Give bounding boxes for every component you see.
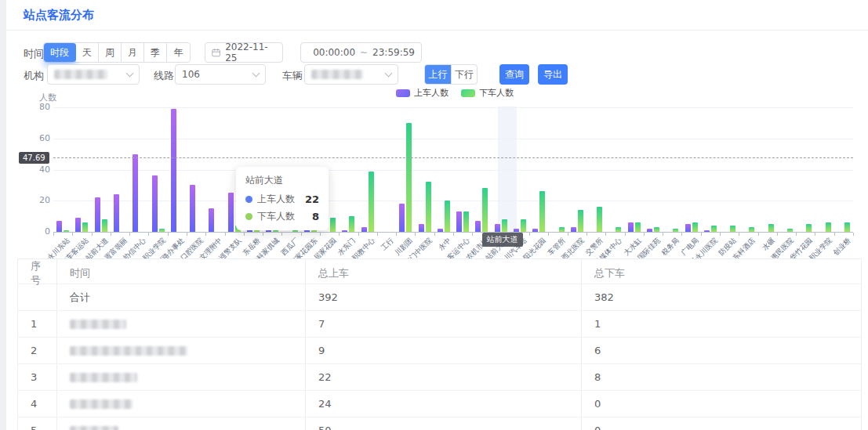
x-axis-tickmark: [796, 233, 797, 236]
boarding-bar[interactable]: [133, 154, 138, 232]
boarding-bar[interactable]: [152, 175, 158, 232]
boarding-bar[interactable]: [209, 208, 214, 232]
boarding-bar[interactable]: [475, 221, 481, 232]
alighting-bar[interactable]: [159, 229, 165, 232]
vehicle-select-value-redacted: [311, 70, 363, 79]
alighting-bar[interactable]: [369, 172, 374, 233]
date-picker[interactable]: 2022-11-25: [205, 42, 283, 63]
chevron-down-icon: [126, 70, 134, 78]
org-select[interactable]: [47, 64, 140, 85]
boarding-bar[interactable]: [647, 229, 652, 232]
alighting-bar[interactable]: [806, 224, 812, 232]
alighting-bar[interactable]: [482, 188, 488, 232]
alighting-bar[interactable]: [64, 230, 69, 232]
boarding-bar[interactable]: [361, 227, 367, 232]
alighting-bar[interactable]: [426, 182, 431, 232]
direction-down-button[interactable]: 下行: [451, 65, 477, 84]
boarding-bar[interactable]: [75, 218, 81, 232]
alighting-bar[interactable]: [330, 218, 336, 232]
boarding-bar[interactable]: [514, 229, 519, 232]
chevron-down-icon: [385, 70, 393, 78]
x-axis-label: 交警所: [583, 236, 605, 258]
alighting-bar[interactable]: [521, 219, 526, 232]
alighting-bar[interactable]: [445, 201, 450, 232]
x-axis-label: 大水缸: [622, 236, 644, 258]
alighting-bar[interactable]: [292, 230, 298, 232]
boarding-bar[interactable]: [171, 109, 176, 232]
chart-legend: 上车人数 下车人数: [396, 87, 514, 99]
x-axis-tickmark: [492, 233, 492, 236]
x-axis-tickmark: [358, 233, 359, 236]
tab-时段[interactable]: 时段: [44, 43, 76, 62]
export-button[interactable]: 导出: [538, 64, 568, 85]
x-axis-tickmark: [568, 233, 568, 236]
cell-total-boarding: 7: [306, 311, 582, 337]
boarding-bar[interactable]: [438, 229, 443, 232]
alighting-bar[interactable]: [616, 227, 621, 232]
time-range-picker[interactable]: 00:00:00 ~ 23:59:59: [300, 42, 422, 63]
query-button[interactable]: 查询: [499, 64, 529, 85]
boarding-bar[interactable]: [704, 230, 710, 232]
table-header-row: 序号 时间 总上车 总下车: [18, 259, 861, 284]
boarding-bar[interactable]: [532, 229, 538, 232]
boarding-bar[interactable]: [95, 197, 100, 232]
legend-item-boarding[interactable]: 上车人数: [396, 87, 449, 99]
x-axis-tickmark: [396, 233, 397, 236]
boarding-bar[interactable]: [56, 221, 62, 232]
x-axis-label: 防疫站: [717, 236, 739, 258]
alighting-bar[interactable]: [844, 222, 850, 232]
tab-天[interactable]: 天: [76, 43, 99, 62]
alighting-bar[interactable]: [673, 229, 678, 232]
x-axis-tickmark: [548, 233, 549, 236]
boarding-bar[interactable]: [190, 185, 195, 232]
alighting-bar[interactable]: [463, 211, 469, 232]
boarding-bar[interactable]: [114, 194, 119, 232]
tooltip-row-boarding: 上车人数 22: [245, 193, 319, 206]
alighting-bar[interactable]: [578, 210, 583, 232]
direction-up-button[interactable]: 上行: [425, 65, 451, 84]
alighting-swatch-icon: [461, 89, 475, 97]
average-dashed-line: [53, 157, 853, 158]
x-axis-tickmark: [92, 233, 93, 236]
alighting-bar[interactable]: [692, 222, 698, 232]
alighting-bar[interactable]: [597, 207, 602, 232]
alighting-bar[interactable]: [102, 219, 107, 232]
alighting-bar[interactable]: [654, 227, 659, 232]
alighting-bar[interactable]: [273, 230, 278, 232]
tab-月[interactable]: 月: [122, 43, 144, 62]
alighting-bar[interactable]: [787, 229, 793, 232]
boarding-bar[interactable]: [495, 224, 500, 232]
alighting-bar[interactable]: [826, 222, 831, 232]
alighting-bar[interactable]: [406, 123, 412, 232]
boarding-bar[interactable]: [228, 193, 234, 232]
boarding-bar[interactable]: [685, 224, 691, 232]
alighting-bar[interactable]: [635, 222, 641, 232]
vehicle-select[interactable]: [304, 64, 398, 85]
line-select[interactable]: 106: [175, 64, 266, 85]
boarding-bar[interactable]: [628, 222, 634, 232]
alighting-bar[interactable]: [559, 227, 565, 232]
legend-item-alighting[interactable]: 下车人数: [461, 87, 514, 99]
alighting-bar[interactable]: [768, 224, 774, 232]
cell-total-alighting: 382: [582, 284, 861, 310]
boarding-bar[interactable]: [571, 227, 576, 232]
alighting-bar[interactable]: [82, 222, 88, 232]
x-axis-tickmark: [625, 233, 626, 236]
boarding-bar[interactable]: [419, 224, 424, 232]
alighting-bar[interactable]: [711, 226, 717, 232]
legend-label: 下车人数: [479, 87, 514, 99]
alighting-bar[interactable]: [539, 191, 545, 232]
tab-年[interactable]: 年: [167, 43, 190, 62]
boarding-bar[interactable]: [456, 211, 462, 232]
alighting-bar[interactable]: [502, 219, 507, 232]
boarding-bar[interactable]: [399, 204, 405, 232]
tab-季[interactable]: 季: [144, 43, 167, 62]
alighting-bar[interactable]: [749, 227, 754, 232]
x-axis-tickmark: [320, 233, 321, 236]
tab-周[interactable]: 周: [99, 43, 122, 62]
y-axis-unit-label: 人数: [39, 92, 56, 103]
x-axis-tickmark: [605, 233, 606, 236]
boarding-bar[interactable]: [342, 230, 347, 232]
alighting-bar[interactable]: [349, 216, 354, 232]
alighting-bar[interactable]: [730, 226, 735, 232]
